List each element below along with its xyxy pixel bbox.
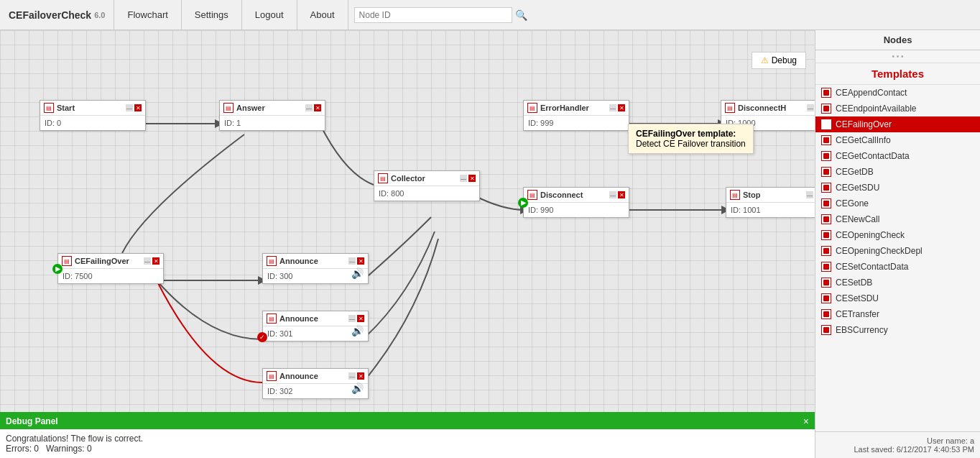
template-item-ceopeningcheckdepl[interactable]: CEOpeningCheckDepl	[815, 243, 980, 259]
sidebar-footer: User name: a Last saved: 6/12/2017 4:40:…	[815, 431, 980, 458]
debug-message: Congratulations! The flow is correct.	[6, 434, 809, 444]
template-item-cesetsdu[interactable]: CESetSDU	[815, 290, 980, 306]
search-button[interactable]: 🔍	[515, 9, 527, 21]
node-disconnect-title: Disconnect	[540, 191, 606, 199]
node-disconnect[interactable]: ▤ Disconnect — ✕ ID: 990 ▶	[523, 187, 629, 218]
nav-flowchart[interactable]: Flowchart	[114, 0, 181, 29]
node-announce2-close[interactable]: ✕	[357, 315, 364, 322]
template-icon-13	[821, 293, 831, 303]
node-error-minimize[interactable]: —	[609, 104, 616, 111]
template-item-cesetdb[interactable]: CESetDB	[815, 275, 980, 290]
node-error-icon: ▤	[527, 103, 537, 113]
template-item-cegone[interactable]: CEGone	[815, 196, 980, 211]
template-label-10: CEOpeningCheckDepl	[836, 246, 923, 256]
node-stop[interactable]: ▤ Stop — ✕ ID: 1001	[726, 187, 815, 218]
node-start-minimize[interactable]: —	[126, 104, 133, 111]
node-announce2-minimize[interactable]: —	[348, 315, 356, 322]
template-item-cegetcontactdata[interactable]: CEGetContactData	[815, 148, 980, 164]
node-cefailingover-minimize[interactable]: —	[144, 257, 151, 265]
debug-panel: Debug Panel × Congratulations! The flow …	[0, 412, 815, 458]
node-disconnecth-minimize[interactable]: —	[807, 104, 814, 111]
node-error-title: ErrorHandler	[540, 104, 606, 112]
debug-button[interactable]: ⚠ Debug	[752, 52, 806, 69]
node-cefailingover[interactable]: ▤ CEFailingOver — ✕ ID: 7500 ▶	[57, 253, 164, 284]
template-icon-14	[821, 309, 831, 319]
template-icon-8	[821, 214, 831, 224]
template-item-cesetcontactdata[interactable]: CESetContactData	[815, 259, 980, 275]
node-start-close[interactable]: ✕	[134, 104, 142, 111]
template-label-0: CEAppendContact	[836, 88, 907, 98]
templates-list: CEAppendContactCEEndpointAvailableCEFail…	[815, 85, 980, 431]
node-collector-id: ID: 800	[374, 186, 479, 201]
node-start-icon: ▤	[44, 103, 54, 113]
node-announce3-icon: ▤	[267, 371, 277, 381]
app-version: 6.0	[94, 11, 105, 19]
node-announce1-close[interactable]: ✕	[357, 257, 364, 265]
node-error-handler[interactable]: ▤ ErrorHandler — ✕ ID: 999	[523, 100, 629, 131]
node-cefailingover-close[interactable]: ✕	[152, 257, 160, 265]
node-disconnect-minimize[interactable]: —	[609, 191, 616, 198]
node-disconnect-close[interactable]: ✕	[618, 191, 625, 198]
node-disconnect-connector[interactable]: ▶	[518, 198, 528, 208]
template-item-cenewcall[interactable]: CENewCall	[815, 211, 980, 227]
template-item-cefailingover[interactable]: CEFailingOver	[815, 116, 980, 132]
template-item-ceopeningcheck[interactable]: CEOpeningCheck	[815, 227, 980, 243]
node-start-id: ID: 0	[40, 116, 145, 130]
node-announce3-minimize[interactable]: —	[348, 372, 356, 380]
node-announce2[interactable]: ▤ Announce — ✕ ID: 301 🔊 ✓	[262, 311, 369, 342]
nav-about[interactable]: About	[297, 0, 348, 29]
node-answer-title: Answer	[236, 104, 302, 112]
node-answer-icon: ▤	[223, 103, 234, 113]
node-cefailingover-id: ID: 7500	[58, 269, 163, 283]
search-area: 🔍	[348, 0, 980, 29]
node-announce1-minimize[interactable]: —	[348, 257, 356, 265]
template-icon-2	[821, 119, 831, 129]
debug-errors-warnings: Errors: 0 Warnings: 0	[6, 444, 809, 454]
node-collector-close[interactable]: ✕	[468, 175, 476, 182]
debug-panel-header: Debug Panel ×	[0, 413, 815, 429]
template-label-3: CEGetCallInfo	[836, 135, 891, 145]
template-item-cegetcallinfo[interactable]: CEGetCallInfo	[815, 132, 980, 148]
node-error-close[interactable]: ✕	[618, 104, 625, 111]
template-label-13: CESetSDU	[836, 293, 879, 303]
node-stop-id: ID: 1001	[726, 203, 815, 217]
template-label-15: EBSCurrency	[836, 325, 888, 335]
node-answer[interactable]: ▤ Answer — ✕ ID: 1	[219, 100, 325, 131]
search-input[interactable]	[354, 7, 512, 23]
debug-panel-body: Congratulations! The flow is correct. Er…	[0, 429, 815, 458]
template-icon-4	[821, 151, 831, 161]
sidebar: Nodes • • • Templates CEAppendContactCEE…	[815, 30, 980, 458]
template-item-cetransfer[interactable]: CETransfer	[815, 306, 980, 322]
node-announce1-audio: 🔊	[351, 267, 364, 279]
template-item-ebscurrency[interactable]: EBSCurrency	[815, 322, 980, 338]
template-icon-9	[821, 230, 831, 240]
footer-username: User name: a	[821, 436, 974, 445]
template-label-7: CEGone	[836, 198, 869, 209]
node-stop-minimize[interactable]: —	[806, 191, 813, 198]
template-item-ceendpointavailable[interactable]: CEEndpointAvailable	[815, 101, 980, 116]
template-label-1: CEEndpointAvailable	[836, 104, 917, 114]
node-start[interactable]: ▤ Start — ✕ ID: 0	[40, 100, 146, 131]
tooltip: CEFailingOver template: Detect CE Failov…	[628, 124, 754, 154]
node-announce1[interactable]: ▤ Announce — ✕ ID: 300 🔊	[262, 253, 369, 284]
canvas[interactable]: ⚠ Debug	[0, 30, 815, 458]
node-announce2-check-connector[interactable]: ✓	[257, 332, 267, 342]
node-answer-minimize[interactable]: —	[305, 104, 313, 111]
template-item-cegetsdu[interactable]: CEGetSDU	[815, 180, 980, 196]
nav-logout[interactable]: Logout	[242, 0, 297, 29]
template-item-cegetdb[interactable]: CEGetDB	[815, 164, 980, 180]
node-cefailingover-connector[interactable]: ▶	[52, 264, 63, 274]
nav-settings[interactable]: Settings	[182, 0, 242, 29]
template-icon-11	[821, 262, 831, 272]
template-icon-0	[821, 88, 831, 98]
node-announce1-icon: ▤	[267, 256, 277, 266]
template-item-ceappendcontact[interactable]: CEAppendContact	[815, 85, 980, 101]
app-name: CEFailoverCheck	[9, 9, 91, 21]
node-collector[interactable]: ▤ Collector — ✕ ID: 800	[374, 170, 480, 201]
node-answer-close[interactable]: ✕	[314, 104, 321, 111]
debug-panel-close-button[interactable]: ×	[803, 416, 809, 427]
node-announce3[interactable]: ▤ Announce — ✕ ID: 302 🔊	[262, 368, 369, 399]
template-label-4: CEGetContactData	[836, 151, 910, 161]
node-collector-minimize[interactable]: —	[460, 175, 467, 182]
node-announce3-close[interactable]: ✕	[357, 372, 364, 380]
